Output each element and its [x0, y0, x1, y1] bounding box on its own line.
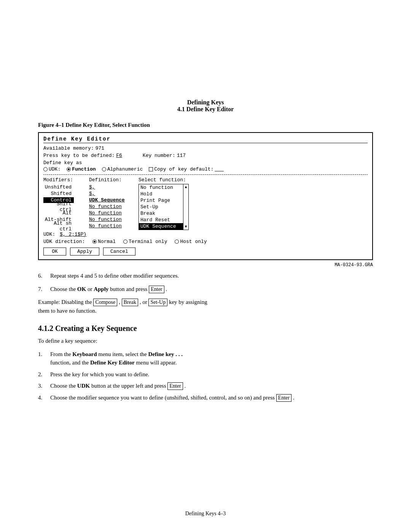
step7-num: 7.: [38, 285, 47, 294]
define-key-options: UDK: Function Alphanumeric Copy of key d…: [43, 166, 368, 172]
step3-suffix: button at the upper left and press: [91, 383, 167, 389]
mod-label-1: Shifted: [43, 191, 74, 197]
terminal-only-option[interactable]: Terminal only: [123, 239, 167, 244]
define-key-editor: Define Key Editor Available memory: 971 …: [38, 132, 373, 260]
step1-end: menu will appear.: [136, 359, 177, 366]
ok-button[interactable]: OK: [43, 248, 66, 256]
step7-apply: Apply: [94, 286, 108, 292]
section-title-line1: Defining Keys: [38, 99, 373, 106]
sf-break[interactable]: Break: [139, 210, 183, 217]
alphanumeric-radio[interactable]: [102, 167, 106, 171]
step2-num: 2.: [38, 370, 47, 379]
step-3: 3. Choose the UDK button at the upper le…: [38, 382, 373, 390]
host-only-label: Host only: [180, 239, 207, 244]
select-function-header: Select function:: [139, 177, 368, 183]
function-radio[interactable]: [67, 167, 71, 171]
sf-hold[interactable]: Hold: [139, 191, 183, 197]
example-suffix: key by assigning: [169, 299, 207, 305]
editor-buttons: OK Apply Cancel: [43, 248, 368, 256]
udk-field-label: UDK:: [43, 232, 55, 237]
step3-choose: Choose the: [50, 383, 77, 389]
footer-text: Defining Keys 4–3: [185, 511, 226, 517]
scroll-up-arrow[interactable]: ▲: [184, 185, 187, 190]
modifiers-column: Modifiers: Unshifted Shifted Control Shi…: [43, 177, 89, 230]
sf-hard-reset[interactable]: Hard Reset: [139, 217, 183, 223]
step1-keyboard: Keyboard: [72, 351, 97, 357]
udk-label: UDK:: [49, 166, 61, 172]
step4-num: 4.: [38, 393, 47, 402]
sf-no-function[interactable]: No function: [139, 184, 183, 191]
example-setup: Set-Up: [148, 299, 167, 306]
step1-mid: menu item, select the: [98, 351, 148, 357]
select-function-list[interactable]: No function Hold Print Page Set-Up Break…: [139, 184, 183, 230]
mod-label-4: Alt: [43, 210, 74, 216]
def-val-5: No function: [89, 216, 139, 223]
modifiers-header: Modifiers:: [43, 177, 89, 183]
example-paragraph: Example: Disabling the Compose , Break ,…: [38, 298, 373, 315]
sf-set-up[interactable]: Set-Up: [139, 204, 183, 210]
udk-direction-row: UDK direction: Normal Terminal only Host…: [43, 239, 368, 244]
step4-text: Choose the modifier sequence you want to…: [50, 393, 373, 402]
def-val-1: $,: [89, 190, 139, 197]
def-val-2: UDK Sequence: [89, 197, 139, 203]
page-container: Defining Keys 4.1 Define Key Editor Figu…: [0, 0, 411, 532]
def-val-6: No function: [89, 223, 139, 229]
example-comma2: , or: [140, 299, 149, 305]
copy-default-checkbox[interactable]: [149, 167, 153, 171]
cancel-button[interactable]: Cancel: [103, 248, 135, 256]
sf-print-page[interactable]: Print Page: [139, 197, 183, 204]
normal-option[interactable]: Normal: [92, 239, 116, 244]
udk-option[interactable]: UDK:: [43, 166, 61, 172]
available-memory-label: Available memory:: [43, 145, 94, 151]
example-comma: ,: [119, 299, 122, 305]
normal-label: Normal: [98, 239, 116, 244]
mod-label-0: Unshifted: [43, 184, 74, 190]
step6-item: 6. Repeat steps 4 and 5 to define other …: [38, 272, 373, 280]
scrollbar[interactable]: ▲ ▼: [183, 184, 189, 230]
definition-header: Definition:: [89, 177, 139, 183]
alphanumeric-option[interactable]: Alphanumeric: [102, 166, 143, 172]
key-number-value: 117: [177, 153, 186, 158]
terminal-only-radio[interactable]: [123, 240, 127, 244]
section412-steps: 1. From the Keyboard menu item, select t…: [38, 350, 373, 402]
scroll-down-arrow[interactable]: ▼: [184, 224, 187, 229]
step7-suffix: button and press: [110, 286, 149, 292]
available-memory-row: Available memory: 971: [43, 145, 368, 151]
available-memory-value: 971: [96, 145, 104, 151]
sf-udk-sequence[interactable]: UDK Sequence: [139, 223, 183, 230]
step1-define-key: Define key . . .: [148, 351, 182, 357]
apply-button[interactable]: Apply: [70, 248, 99, 256]
step6: 6. Repeat steps 4 and 5 to define other …: [38, 272, 373, 280]
function-label: Function: [72, 166, 96, 172]
udk-field-value: $, 2;1$P}: [60, 232, 86, 237]
press-key-row: Press key to be defined: F6 Key number: …: [43, 153, 368, 158]
copy-default-option[interactable]: Copy of key default: ___: [149, 166, 223, 172]
host-only-option[interactable]: Host only: [175, 239, 207, 244]
step2-text: Press the key for which you want to defi…: [50, 370, 373, 379]
mod-row-4: Alt: [43, 210, 89, 216]
select-function-list-wrapper: No function Hold Print Page Set-Up Break…: [139, 184, 368, 230]
normal-radio[interactable]: [92, 240, 97, 244]
mod-label-6: Alt sh ctrl: [43, 220, 74, 232]
host-only-radio[interactable]: [175, 240, 179, 244]
ma-reference: MA-0324-93.GRA: [38, 262, 373, 268]
udk-direction-label: UDK direction:: [43, 239, 85, 244]
udk-radio[interactable]: [43, 167, 48, 171]
step7-item: 7. Choose the OK or Apply button and pre…: [38, 285, 373, 294]
example-compose: Compose: [93, 299, 117, 306]
function-option[interactable]: Function: [67, 166, 96, 172]
step7-enter: Enter: [149, 286, 164, 293]
copy-default-label: Copy of key default:: [154, 166, 213, 172]
example-line2: them to have no function.: [38, 308, 97, 314]
step1-suffix: function, and the: [50, 359, 90, 366]
mod-row-3: Shift ctrl: [43, 203, 89, 210]
step7: 7. Choose the OK or Apply button and pre…: [38, 285, 373, 294]
def-val-3: No function: [89, 203, 139, 210]
step6-text: Repeat steps 4 and 5 to define other mod…: [50, 272, 373, 280]
example-break: Break: [122, 299, 138, 306]
mod-row-0: Unshifted: [43, 184, 89, 190]
section-header: Defining Keys 4.1 Define Key Editor: [38, 99, 373, 113]
alphanumeric-label: Alphanumeric: [107, 166, 143, 172]
select-function-column: Select function: No function Hold Print …: [139, 177, 368, 230]
step7-choose: Choose the: [50, 286, 77, 292]
